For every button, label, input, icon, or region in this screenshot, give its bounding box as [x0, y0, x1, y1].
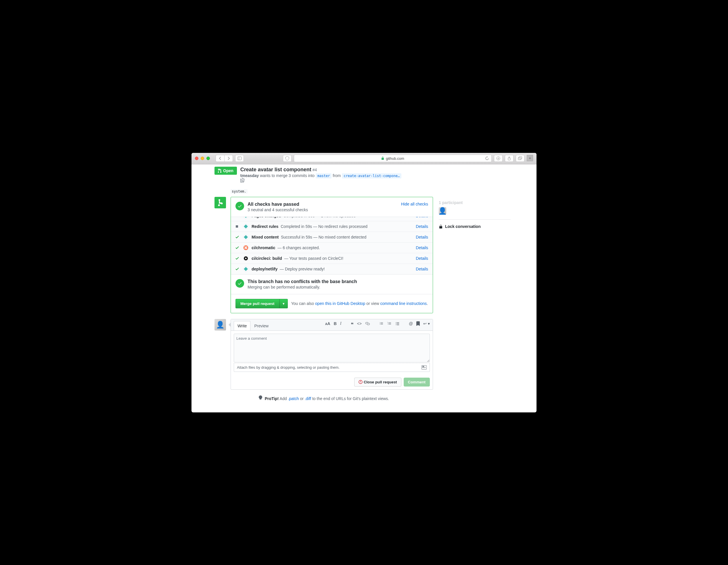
downloads-button[interactable] [494, 155, 503, 162]
zoom-window-button[interactable] [206, 157, 210, 160]
privacy-report-button[interactable] [283, 155, 292, 162]
ordered-list-icon[interactable]: 1 [387, 321, 392, 327]
browser-toolbar: github.com + [191, 153, 537, 164]
cli-instructions-link[interactable]: command line instructions [380, 301, 427, 306]
browser-window: github.com + Open Create avatar li [191, 153, 537, 412]
participant-avatar[interactable]: 👤 [439, 207, 446, 215]
head-branch[interactable]: create-avatar-list-compone… [342, 173, 401, 179]
reload-button[interactable] [485, 156, 489, 160]
link-icon[interactable] [365, 321, 370, 327]
circleci-icon [243, 256, 249, 261]
svg-rect-9 [236, 225, 238, 228]
check-name: ci/circleci: build [252, 256, 282, 261]
reply-icon[interactable]: ↩ ▾ [423, 321, 430, 327]
tabs-button[interactable] [516, 155, 524, 162]
svg-rect-19 [244, 267, 248, 271]
check-name: Mixed content [252, 235, 279, 240]
svg-point-13 [246, 246, 246, 247]
close-window-button[interactable] [195, 157, 198, 160]
check-name: ci/chromatic [252, 246, 275, 250]
checks-subtitle: 3 neutral and 4 successful checks [248, 208, 308, 212]
check-details-link[interactable]: Details [416, 256, 428, 261]
check-message: Completed in 59s — No redirect rules pro… [281, 224, 367, 229]
comment-button[interactable]: Comment [404, 378, 430, 386]
participants-heading: 1 participant [439, 200, 511, 205]
code-icon[interactable]: <> [357, 321, 362, 327]
address-bar[interactable]: github.com [294, 155, 492, 162]
window-controls [195, 157, 210, 160]
netlify-icon [242, 233, 250, 241]
pr-author[interactable]: tmeasday [240, 173, 259, 178]
close-pr-button[interactable]: Close pull request [354, 378, 401, 386]
svg-point-18 [245, 258, 247, 259]
check-details-link[interactable]: Details [416, 267, 428, 271]
check-name: Redirect rules [252, 224, 278, 229]
forward-button[interactable] [224, 155, 233, 162]
comment-fragment: system. [231, 189, 433, 194]
share-button[interactable] [505, 155, 514, 162]
netlify-icon [242, 265, 250, 273]
copy-branch-icon[interactable] [240, 178, 403, 183]
back-button[interactable] [216, 155, 224, 162]
check-details-link[interactable]: Details [416, 246, 428, 250]
protip: ProTip! Add .patch or .diff to the end o… [214, 395, 433, 401]
merge-hint: You can also open this in GitHub Desktop… [291, 301, 428, 306]
svg-rect-11 [244, 235, 248, 239]
quote-icon[interactable]: ❝ [351, 321, 354, 327]
git-pull-request-icon [218, 169, 222, 173]
markdown-icon[interactable]: M↓ [422, 365, 427, 369]
tab-write[interactable]: Write [234, 321, 250, 330]
check-row: Redirect rules Completed in 59s — No red… [231, 221, 433, 232]
check-message: — Deploy preview ready! [280, 267, 325, 271]
base-branch[interactable]: master [316, 173, 332, 179]
open-desktop-link[interactable]: open this in GitHub Desktop [315, 301, 365, 306]
pr-state-badge: Open [214, 167, 237, 175]
diff-link[interactable]: .diff [305, 396, 311, 401]
bold-icon[interactable]: B [334, 321, 337, 327]
check-details-link[interactable]: Details [416, 235, 428, 240]
attach-hint[interactable]: Attach files by dragging & dropping, sel… [234, 363, 430, 372]
check-name: deploy/netlify [252, 267, 277, 271]
tab-preview[interactable]: Preview [250, 321, 272, 330]
lock-conversation-link[interactable]: Lock conversation [439, 224, 511, 229]
lock-icon [439, 224, 443, 229]
no-conflicts-icon [235, 279, 244, 288]
sidebar: 1 participant 👤 Lock conversation [439, 189, 511, 401]
saved-reply-icon[interactable] [416, 321, 420, 327]
patch-link[interactable]: .patch [288, 396, 299, 401]
bulb-icon [258, 396, 264, 401]
check-details-link[interactable]: Details [416, 217, 428, 218]
current-user-avatar[interactable]: 👤 [214, 319, 226, 330]
check-message: — 6 changes accepted. [277, 246, 320, 250]
conflict-subtitle: Merging can be performed automatically. [248, 285, 357, 289]
comment-textarea[interactable] [234, 334, 430, 362]
svg-rect-8 [244, 217, 248, 218]
check-details-link[interactable]: Details [416, 224, 428, 229]
markdown-toolbar: AA B I ❝ <> [325, 321, 430, 330]
check-row: Mixed content Successful in 59s — No mix… [231, 232, 433, 243]
hide-checks-link[interactable]: Hide all checks [401, 202, 428, 206]
check-icon [235, 257, 240, 260]
svg-rect-6 [519, 157, 522, 159]
new-tab-button[interactable]: + [527, 155, 533, 161]
mention-icon[interactable]: @ [409, 321, 413, 327]
svg-point-15 [246, 248, 246, 249]
heading-icon[interactable]: AA [325, 321, 330, 327]
merge-status-box: All checks have passed 3 neutral and 4 s… [231, 197, 433, 313]
chromatic-icon [243, 245, 249, 251]
italic-icon[interactable]: I [340, 321, 342, 327]
check-message: Successful in 59s — No mixed content det… [281, 235, 366, 240]
minimize-window-button[interactable] [201, 157, 204, 160]
merge-pr-button[interactable]: Merge pull request [235, 299, 279, 308]
check-message: Completed in 59s — 1 new file uploaded [283, 217, 355, 218]
task-list-icon[interactable] [395, 321, 400, 327]
svg-rect-7 [236, 217, 238, 217]
merge-icon [214, 197, 226, 208]
merge-options-dropdown[interactable]: ▾ [279, 299, 288, 308]
pr-meta: tmeasday wants to merge 3 commits into m… [240, 173, 403, 183]
netlify-icon [242, 222, 250, 230]
check-row: Pages changed Completed in 59s — 1 new f… [231, 217, 433, 221]
unordered-list-icon[interactable] [379, 321, 384, 327]
sidebar-toggle-button[interactable] [235, 155, 244, 162]
pr-title: Create avatar list component [240, 167, 311, 173]
